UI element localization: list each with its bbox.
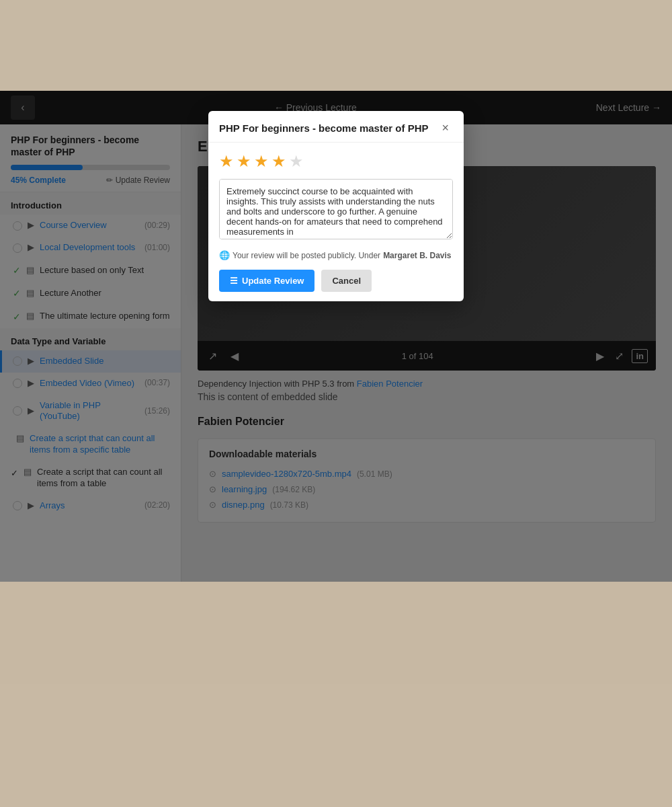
- bookmark-icon: ☰: [230, 276, 238, 286]
- reviewer-name: Margaret B. Davis: [383, 251, 451, 260]
- cancel-button[interactable]: Cancel: [321, 270, 372, 292]
- star-4[interactable]: ★: [271, 152, 286, 171]
- globe-icon: 🌐: [219, 250, 230, 260]
- modal-title: PHP For beginners - become master of PHP: [219, 122, 428, 134]
- bottom-decoration: [0, 582, 672, 807]
- modal-actions: ☰ Update Review Cancel: [219, 270, 453, 292]
- star-3[interactable]: ★: [254, 152, 269, 171]
- star-5[interactable]: ★: [289, 152, 304, 171]
- modal-overlay: PHP For beginners - become master of PHP…: [0, 91, 672, 582]
- modal-body: ★ ★ ★ ★ ★ 🌐 Your review will be posted p…: [208, 143, 464, 301]
- star-1[interactable]: ★: [219, 152, 234, 171]
- modal-header: PHP For beginners - become master of PHP…: [208, 111, 464, 143]
- review-textarea[interactable]: [219, 179, 453, 239]
- star-2[interactable]: ★: [237, 152, 251, 171]
- star-rating: ★ ★ ★ ★ ★: [219, 152, 453, 171]
- review-modal: PHP For beginners - become master of PHP…: [208, 111, 464, 301]
- update-review-button[interactable]: ☰ Update Review: [219, 270, 314, 292]
- public-notice: 🌐 Your review will be posted publicly. U…: [219, 250, 453, 260]
- modal-close-button[interactable]: ×: [437, 120, 453, 135]
- top-decoration: [0, 0, 672, 91]
